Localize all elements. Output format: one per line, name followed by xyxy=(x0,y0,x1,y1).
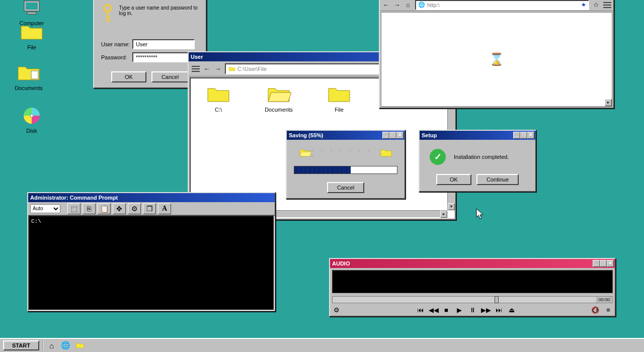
favorite-icon[interactable]: ☆ xyxy=(592,1,600,9)
check-icon: ✓ xyxy=(430,149,446,165)
folder-open-icon xyxy=(266,85,291,104)
setup-titlebar[interactable]: Setup _ □ ✕ xyxy=(420,131,535,140)
audio-display xyxy=(332,270,613,293)
forward-button[interactable]: → xyxy=(393,1,401,9)
settings-icon[interactable]: ⚙ xyxy=(332,306,341,314)
folder-file[interactable]: File xyxy=(321,85,357,113)
globe-icon: 🌐 xyxy=(418,2,425,8)
close-button[interactable]: ✕ xyxy=(396,132,404,139)
menu-icon[interactable] xyxy=(192,66,200,72)
fast-forward-icon[interactable]: ▶▶ xyxy=(481,306,490,314)
folder-icon xyxy=(19,22,44,42)
url-bar[interactable]: 🌐 http:\ ★ xyxy=(415,0,589,10)
skip-prev-icon[interactable]: ⏮ xyxy=(416,306,425,314)
progress-bar xyxy=(294,166,397,174)
audio-seekbar[interactable]: 00:00 xyxy=(332,296,613,303)
folder-label: File xyxy=(321,107,357,113)
cmd-output[interactable]: C:\ xyxy=(28,215,275,311)
play-icon[interactable]: ▶ xyxy=(455,306,464,314)
cmd-tool-marquee-icon[interactable]: ⬚ xyxy=(67,203,80,214)
browser-window: ← → ⌂ 🌐 http:\ ★ ☆ ⌛ ▸ xyxy=(379,0,614,109)
stop-icon[interactable]: ■ xyxy=(442,306,451,314)
browser-viewport[interactable]: ⌛ ▸ xyxy=(381,12,612,107)
cmd-tool-paste-icon[interactable]: 📋 xyxy=(98,203,111,214)
taskbar-globe-icon[interactable]: 🌐 xyxy=(60,340,71,350)
folder-icon xyxy=(206,85,231,104)
back-button[interactable]: ← xyxy=(382,1,390,9)
maximize-button[interactable]: □ xyxy=(520,132,527,139)
close-button[interactable]: ✕ xyxy=(607,260,614,267)
folder-label: C:\ xyxy=(201,107,236,113)
audio-titlebar[interactable]: AUDIO _ □ ✕ xyxy=(330,259,615,268)
ok-button[interactable]: OK xyxy=(436,174,471,185)
password-input[interactable] xyxy=(132,52,195,62)
svg-rect-1 xyxy=(26,3,38,10)
explorer-title: User xyxy=(191,54,203,60)
minimize-button[interactable]: _ xyxy=(513,132,520,139)
cmd-title: Administrator: Command Prompt xyxy=(30,195,118,201)
cancel-button[interactable]: Cancel xyxy=(151,71,189,82)
minimize-button[interactable]: _ xyxy=(593,260,600,267)
seekbar-thumb[interactable] xyxy=(495,296,499,303)
svg-point-6 xyxy=(104,5,111,12)
pause-icon[interactable]: ⏸ xyxy=(468,306,477,314)
cursor-icon xyxy=(476,208,485,220)
address-path[interactable]: C:\User\File xyxy=(237,66,267,72)
scroll-down-icon[interactable]: ▾ xyxy=(448,203,455,210)
svg-rect-8 xyxy=(107,17,110,18)
progress-dots: - - - - - - - - xyxy=(311,147,380,159)
svg-rect-9 xyxy=(107,20,110,22)
folder-c-drive[interactable]: C:\ xyxy=(201,85,236,113)
svg-rect-3 xyxy=(31,71,38,79)
back-button[interactable]: ← xyxy=(203,65,211,73)
maximize-button[interactable]: □ xyxy=(600,260,607,267)
cmd-mode-select[interactable]: Auto xyxy=(30,204,60,213)
audio-window: AUDIO _ □ ✕ 00:00 ⚙ ⏮ ◀◀ ■ ▶ ⏸ ▶▶ ⏭ ⏏ xyxy=(329,258,616,317)
desktop-icon-label: File xyxy=(14,44,49,50)
desktop-icon-file[interactable]: File xyxy=(14,22,49,50)
cmd-tool-fullscreen-icon[interactable]: ✥ xyxy=(113,203,126,214)
folder-icon xyxy=(16,63,41,83)
command-prompt-window: Administrator: Command Prompt Auto ⬚ ⎘ 📋… xyxy=(27,192,276,312)
setup-message: Installation completed. xyxy=(454,154,509,160)
saving-dialog: Saving (55%) _ □ ✕ - - - - - - - - Cance… xyxy=(286,130,406,199)
scroll-right-icon[interactable]: ▸ xyxy=(605,99,612,106)
eject-icon[interactable]: ⏏ xyxy=(507,306,516,314)
rewind-icon[interactable]: ◀◀ xyxy=(429,306,438,314)
cmd-titlebar[interactable]: Administrator: Command Prompt xyxy=(28,193,275,202)
cmd-tool-properties-icon[interactable]: ⚙ xyxy=(128,203,141,214)
skip-next-icon[interactable]: ⏭ xyxy=(494,306,503,314)
cmd-tool-font-icon[interactable]: A xyxy=(158,203,171,214)
username-input[interactable] xyxy=(132,39,195,49)
disk-icon xyxy=(19,106,44,126)
cancel-button[interactable]: Cancel xyxy=(327,182,364,193)
continue-button[interactable]: Continue xyxy=(476,174,519,185)
start-button[interactable]: START xyxy=(3,340,39,350)
close-button[interactable]: ✕ xyxy=(527,132,534,139)
setup-title: Setup xyxy=(422,132,437,138)
username-label: User name: xyxy=(101,41,132,47)
home-button[interactable]: ⌂ xyxy=(404,1,412,9)
forward-button[interactable]: → xyxy=(214,65,222,73)
equalizer-icon[interactable]: ≡ xyxy=(604,306,613,314)
password-label: Password: xyxy=(101,54,132,60)
saving-title: Saving (55%) xyxy=(289,132,323,138)
volume-icon[interactable]: 🔇 xyxy=(591,306,600,314)
ok-button[interactable]: OK xyxy=(111,71,146,82)
svg-rect-2 xyxy=(27,12,36,14)
desktop-icon-documents[interactable]: Documents xyxy=(11,63,46,91)
minimize-button[interactable]: _ xyxy=(382,132,389,139)
computer-icon xyxy=(19,0,44,18)
maximize-button[interactable]: □ xyxy=(389,132,396,139)
folder-icon xyxy=(380,148,392,158)
taskbar-home-icon[interactable]: ⌂ xyxy=(46,340,57,350)
scroll-right-icon[interactable]: ▸ xyxy=(440,211,447,218)
folder-documents[interactable]: Documents xyxy=(261,85,296,113)
taskbar-folder-icon[interactable] xyxy=(74,340,86,350)
cmd-tool-copy-icon[interactable]: ⎘ xyxy=(83,203,96,214)
menu-icon[interactable] xyxy=(603,2,611,8)
cmd-tool-background-icon[interactable]: ❐ xyxy=(143,203,156,214)
desktop-icon-disk[interactable]: Disk xyxy=(14,106,49,134)
bookmark-filled-icon[interactable]: ★ xyxy=(581,2,586,8)
saving-titlebar[interactable]: Saving (55%) _ □ ✕ xyxy=(287,131,405,140)
